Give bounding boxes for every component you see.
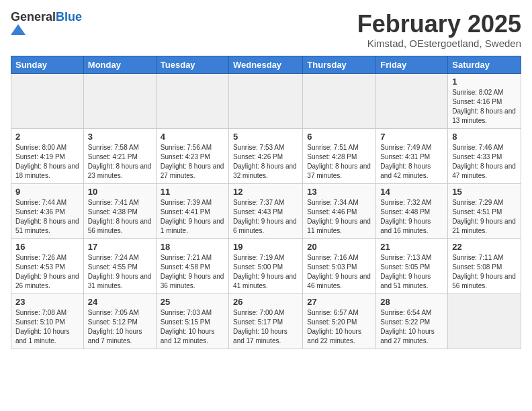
day-info: Sunrise: 7:03 AM Sunset: 5:15 PM Dayligh…	[161, 308, 224, 346]
day-number: 17	[88, 242, 152, 252]
day-number: 9	[15, 187, 79, 197]
calendar-cell: 17Sunrise: 7:24 AM Sunset: 4:55 PM Dayli…	[83, 238, 156, 293]
title-block: February 2025 Kimstad, OEstergoetland, S…	[357, 11, 521, 49]
day-info: Sunrise: 7:08 AM Sunset: 5:10 PM Dayligh…	[15, 308, 79, 346]
calendar-week-3: 9Sunrise: 7:44 AM Sunset: 4:36 PM Daylig…	[11, 183, 521, 238]
day-info: Sunrise: 7:49 AM Sunset: 4:31 PM Dayligh…	[380, 143, 443, 181]
weekday-header-saturday: Saturday	[448, 56, 521, 73]
calendar-cell: 11Sunrise: 7:39 AM Sunset: 4:41 PM Dayli…	[156, 183, 228, 238]
day-info: Sunrise: 7:53 AM Sunset: 4:26 PM Dayligh…	[233, 143, 298, 181]
day-info: Sunrise: 7:51 AM Sunset: 4:28 PM Dayligh…	[307, 143, 371, 181]
logo-general: General	[11, 10, 56, 24]
calendar-cell: 16Sunrise: 7:26 AM Sunset: 4:53 PM Dayli…	[11, 238, 84, 293]
day-number: 8	[452, 132, 517, 142]
day-number: 10	[88, 187, 152, 197]
weekday-header-row: SundayMondayTuesdayWednesdayThursdayFrid…	[11, 56, 521, 73]
day-number: 6	[307, 132, 371, 142]
calendar-cell: 18Sunrise: 7:21 AM Sunset: 4:58 PM Dayli…	[156, 238, 228, 293]
calendar-cell: 19Sunrise: 7:19 AM Sunset: 5:00 PM Dayli…	[229, 238, 303, 293]
calendar-cell: 6Sunrise: 7:51 AM Sunset: 4:28 PM Daylig…	[303, 128, 376, 183]
month-title: February 2025	[357, 11, 521, 38]
calendar-cell	[448, 293, 521, 349]
day-number: 11	[161, 187, 224, 197]
logo: GeneralBlue	[11, 11, 82, 35]
weekday-header-friday: Friday	[376, 56, 448, 73]
weekday-header-thursday: Thursday	[303, 56, 376, 73]
calendar-cell: 20Sunrise: 7:16 AM Sunset: 5:03 PM Dayli…	[303, 238, 376, 293]
day-number: 4	[161, 132, 224, 142]
day-info: Sunrise: 7:39 AM Sunset: 4:41 PM Dayligh…	[161, 198, 224, 236]
day-number: 24	[88, 297, 152, 307]
logo-icon	[11, 24, 26, 35]
day-info: Sunrise: 7:24 AM Sunset: 4:55 PM Dayligh…	[88, 253, 152, 291]
calendar-week-1: 1Sunrise: 8:02 AM Sunset: 4:16 PM Daylig…	[11, 73, 521, 128]
day-number: 1	[452, 77, 517, 87]
day-info: Sunrise: 8:00 AM Sunset: 4:19 PM Dayligh…	[15, 143, 79, 181]
day-info: Sunrise: 7:29 AM Sunset: 4:51 PM Dayligh…	[452, 198, 517, 236]
day-number: 20	[307, 242, 371, 252]
day-number: 5	[233, 132, 298, 142]
location: Kimstad, OEstergoetland, Sweden	[357, 38, 521, 49]
day-number: 26	[233, 297, 298, 307]
calendar-cell: 15Sunrise: 7:29 AM Sunset: 4:51 PM Dayli…	[448, 183, 521, 238]
calendar-cell: 13Sunrise: 7:34 AM Sunset: 4:46 PM Dayli…	[303, 183, 376, 238]
calendar-cell: 3Sunrise: 7:58 AM Sunset: 4:21 PM Daylig…	[83, 128, 156, 183]
day-info: Sunrise: 6:57 AM Sunset: 5:20 PM Dayligh…	[307, 308, 371, 346]
day-number: 23	[15, 297, 79, 307]
calendar-cell: 8Sunrise: 7:46 AM Sunset: 4:33 PM Daylig…	[448, 128, 521, 183]
calendar-cell: 21Sunrise: 7:13 AM Sunset: 5:05 PM Dayli…	[376, 238, 448, 293]
day-info: Sunrise: 7:56 AM Sunset: 4:23 PM Dayligh…	[161, 143, 224, 181]
calendar-cell: 25Sunrise: 7:03 AM Sunset: 5:15 PM Dayli…	[156, 293, 228, 349]
day-info: Sunrise: 6:54 AM Sunset: 5:22 PM Dayligh…	[380, 308, 443, 346]
day-info: Sunrise: 7:13 AM Sunset: 5:05 PM Dayligh…	[380, 253, 443, 291]
day-number: 19	[233, 242, 298, 252]
calendar-cell: 7Sunrise: 7:49 AM Sunset: 4:31 PM Daylig…	[376, 128, 448, 183]
calendar-cell	[11, 73, 84, 128]
day-info: Sunrise: 7:26 AM Sunset: 4:53 PM Dayligh…	[15, 253, 79, 291]
day-number: 25	[161, 297, 224, 307]
day-info: Sunrise: 7:46 AM Sunset: 4:33 PM Dayligh…	[452, 143, 517, 181]
weekday-header-sunday: Sunday	[11, 56, 84, 73]
calendar-cell: 1Sunrise: 8:02 AM Sunset: 4:16 PM Daylig…	[448, 73, 521, 128]
day-info: Sunrise: 7:37 AM Sunset: 4:43 PM Dayligh…	[233, 198, 298, 236]
calendar-cell: 27Sunrise: 6:57 AM Sunset: 5:20 PM Dayli…	[303, 293, 376, 349]
day-number: 7	[380, 132, 443, 142]
calendar-cell: 12Sunrise: 7:37 AM Sunset: 4:43 PM Dayli…	[229, 183, 303, 238]
calendar-cell: 28Sunrise: 6:54 AM Sunset: 5:22 PM Dayli…	[376, 293, 448, 349]
calendar-cell	[303, 73, 376, 128]
day-info: Sunrise: 7:00 AM Sunset: 5:17 PM Dayligh…	[233, 308, 298, 346]
weekday-header-tuesday: Tuesday	[156, 56, 228, 73]
logo-blue: Blue	[56, 10, 82, 24]
svg-marker-0	[11, 24, 26, 35]
day-info: Sunrise: 7:16 AM Sunset: 5:03 PM Dayligh…	[307, 253, 371, 291]
day-info: Sunrise: 7:05 AM Sunset: 5:12 PM Dayligh…	[88, 308, 152, 346]
calendar-cell	[376, 73, 448, 128]
day-info: Sunrise: 7:21 AM Sunset: 4:58 PM Dayligh…	[161, 253, 224, 291]
day-number: 13	[307, 187, 371, 197]
calendar-cell: 9Sunrise: 7:44 AM Sunset: 4:36 PM Daylig…	[11, 183, 84, 238]
calendar-cell	[156, 73, 228, 128]
day-number: 18	[161, 242, 224, 252]
day-number: 15	[452, 187, 517, 197]
day-info: Sunrise: 7:44 AM Sunset: 4:36 PM Dayligh…	[15, 198, 79, 236]
calendar-table: SundayMondayTuesdayWednesdayThursdayFrid…	[11, 56, 521, 349]
calendar-week-2: 2Sunrise: 8:00 AM Sunset: 4:19 PM Daylig…	[11, 128, 521, 183]
day-info: Sunrise: 7:19 AM Sunset: 5:00 PM Dayligh…	[233, 253, 298, 291]
day-info: Sunrise: 7:11 AM Sunset: 5:08 PM Dayligh…	[452, 253, 517, 291]
weekday-header-monday: Monday	[83, 56, 156, 73]
calendar-cell	[83, 73, 156, 128]
day-number: 28	[380, 297, 443, 307]
day-number: 3	[88, 132, 152, 142]
day-info: Sunrise: 7:41 AM Sunset: 4:38 PM Dayligh…	[88, 198, 152, 236]
page-header: GeneralBlue February 2025 Kimstad, OEste…	[11, 11, 521, 49]
day-info: Sunrise: 8:02 AM Sunset: 4:16 PM Dayligh…	[452, 88, 517, 126]
day-number: 22	[452, 242, 517, 252]
day-number: 2	[15, 132, 79, 142]
calendar-cell: 5Sunrise: 7:53 AM Sunset: 4:26 PM Daylig…	[229, 128, 303, 183]
day-info: Sunrise: 7:34 AM Sunset: 4:46 PM Dayligh…	[307, 198, 371, 236]
weekday-header-wednesday: Wednesday	[229, 56, 303, 73]
calendar-cell: 4Sunrise: 7:56 AM Sunset: 4:23 PM Daylig…	[156, 128, 228, 183]
day-number: 14	[380, 187, 443, 197]
day-number: 12	[233, 187, 298, 197]
calendar-cell: 14Sunrise: 7:32 AM Sunset: 4:48 PM Dayli…	[376, 183, 448, 238]
